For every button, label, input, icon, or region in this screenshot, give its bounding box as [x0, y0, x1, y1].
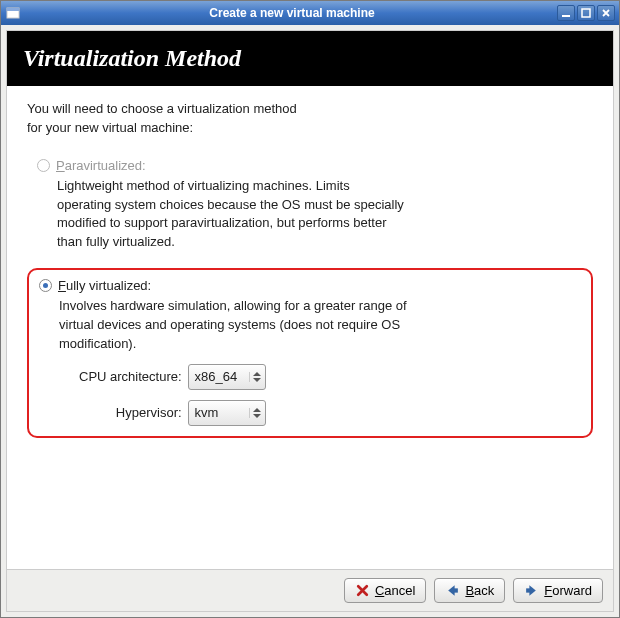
- label-paravirtualized: Paravirtualized:: [56, 158, 146, 173]
- svg-rect-5: [526, 588, 530, 592]
- spinner-icon: [249, 372, 261, 382]
- window-title: Create a new virtual machine: [27, 6, 557, 20]
- svg-rect-2: [562, 15, 570, 17]
- desc-fullyvirtualized: Involves hardware simulation, allowing f…: [59, 297, 409, 354]
- full-fields: CPU architecture: x86_64 Hypervisor: kvm: [79, 364, 266, 426]
- titlebar: Create a new virtual machine: [1, 1, 619, 25]
- radio-paravirtualized[interactable]: [37, 159, 50, 172]
- footer: Cancel Back Forward: [7, 569, 613, 611]
- cancel-icon: [355, 583, 370, 598]
- intro-text: You will need to choose a virtualization…: [27, 100, 593, 138]
- hypervisor-label: Hypervisor:: [79, 405, 182, 420]
- svg-rect-4: [454, 588, 458, 592]
- intro-line1: You will need to choose a virtualization…: [27, 100, 593, 119]
- option-fullyvirtualized-head[interactable]: Fully virtualized:: [39, 278, 581, 293]
- page-heading: Virtualization Method: [7, 31, 613, 86]
- radio-fullyvirtualized[interactable]: [39, 279, 52, 292]
- desc-paravirtualized: Lightweight method of virtualizing machi…: [57, 177, 407, 252]
- forward-label: Forward: [544, 583, 592, 598]
- cpu-architecture-select[interactable]: x86_64: [188, 364, 266, 390]
- minimize-button[interactable]: [557, 5, 575, 21]
- option-paravirtualized-head[interactable]: Paravirtualized:: [37, 158, 583, 173]
- window: Create a new virtual machine Virtualizat…: [0, 0, 620, 618]
- option-fullyvirtualized: Fully virtualized: Involves hardware sim…: [27, 268, 593, 438]
- hypervisor-select[interactable]: kvm: [188, 400, 266, 426]
- cpu-architecture-value: x86_64: [195, 369, 249, 384]
- back-icon: [445, 583, 460, 598]
- cpu-architecture-label: CPU architecture:: [79, 369, 182, 384]
- cancel-label: Cancel: [375, 583, 415, 598]
- content-area: Virtualization Method You will need to c…: [6, 30, 614, 612]
- option-paravirtualized: Paravirtualized: Lightweight method of v…: [27, 150, 593, 262]
- body: You will need to choose a virtualization…: [7, 86, 613, 569]
- app-icon: [5, 5, 21, 21]
- back-label: Back: [465, 583, 494, 598]
- maximize-button[interactable]: [577, 5, 595, 21]
- intro-line2: for your new virtual machine:: [27, 119, 593, 138]
- svg-rect-3: [582, 9, 590, 17]
- window-controls: [557, 5, 615, 21]
- cancel-button[interactable]: Cancel: [344, 578, 426, 603]
- back-button[interactable]: Back: [434, 578, 505, 603]
- label-fullyvirtualized: Fully virtualized:: [58, 278, 151, 293]
- svg-rect-1: [7, 8, 19, 11]
- hypervisor-value: kvm: [195, 405, 249, 420]
- forward-button[interactable]: Forward: [513, 578, 603, 603]
- forward-icon: [524, 583, 539, 598]
- spinner-icon: [249, 408, 261, 418]
- close-button[interactable]: [597, 5, 615, 21]
